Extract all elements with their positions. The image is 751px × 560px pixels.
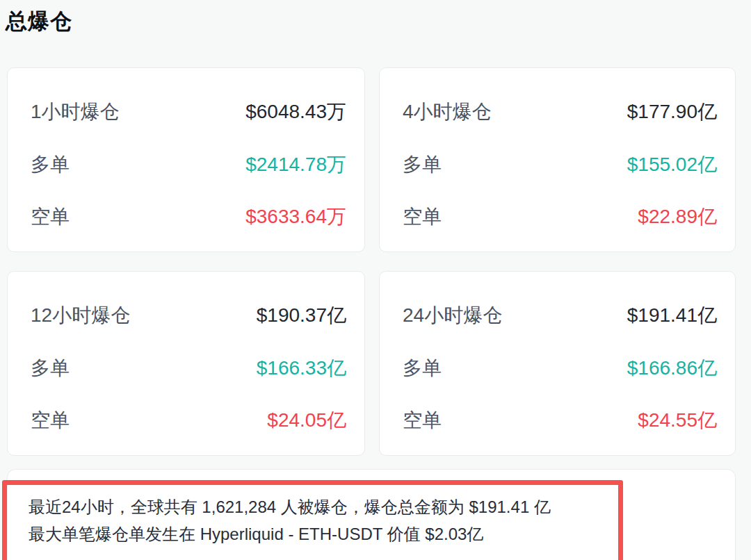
total-value: $6048.43万 — [245, 102, 346, 122]
summary-card: 最近24小时，全球共有 1,621,284 人被爆仓，爆仓总金额为 $191.4… — [7, 469, 736, 560]
long-value: $166.86亿 — [627, 359, 717, 378]
page-title: 总爆仓 — [6, 7, 72, 36]
liquidation-card-12h: 12小时爆仓 $190.37亿 多单 $166.33亿 空单 $24.05亿 — [7, 271, 365, 456]
long-label: 多单 — [403, 359, 442, 378]
long-value: $166.33亿 — [257, 359, 346, 378]
liquidation-card-4h: 4小时爆仓 $177.90亿 多单 $155.02亿 空单 $22.89亿 — [379, 67, 736, 252]
period-label: 12小时爆仓 — [31, 306, 130, 325]
liquidation-dashboard: 总爆仓 1小时爆仓 $6048.43万 多单 $2414.78万 空单 $363… — [0, 0, 751, 560]
short-value: $3633.64万 — [245, 207, 346, 227]
period-label: 1小时爆仓 — [31, 102, 120, 122]
short-label: 空单 — [31, 411, 70, 430]
total-row: 1小时爆仓 $6048.43万 — [31, 102, 346, 122]
long-value: $155.02亿 — [627, 155, 717, 174]
summary-line-1: 最近24小时，全球共有 1,621,284 人被爆仓，爆仓总金额为 $191.4… — [29, 493, 714, 520]
liquidation-card-24h: 24小时爆仓 $191.41亿 多单 $166.86亿 空单 $24.55亿 — [379, 271, 736, 456]
liquidation-card-1h: 1小时爆仓 $6048.43万 多单 $2414.78万 空单 $3633.64… — [7, 67, 365, 252]
total-row: 4小时爆仓 $177.90亿 — [403, 102, 717, 122]
long-row: 多单 $2414.78万 — [31, 155, 346, 174]
long-label: 多单 — [31, 155, 70, 174]
long-row: 多单 $166.86亿 — [403, 359, 717, 378]
total-value: $191.41亿 — [627, 306, 717, 325]
short-value: $24.55亿 — [638, 411, 717, 430]
total-value: $177.90亿 — [627, 102, 717, 122]
total-row: 24小时爆仓 $191.41亿 — [403, 306, 717, 325]
summary-line-2: 最大单笔爆仓单发生在 Hyperliquid - ETH-USDT 价值 $2.… — [29, 520, 714, 547]
short-label: 空单 — [31, 207, 70, 227]
total-row: 12小时爆仓 $190.37亿 — [31, 306, 346, 325]
short-label: 空单 — [403, 411, 442, 430]
long-row: 多单 $166.33亿 — [31, 359, 346, 378]
long-row: 多单 $155.02亿 — [403, 155, 717, 174]
short-row: 空单 $3633.64万 — [31, 207, 346, 227]
long-label: 多单 — [31, 359, 70, 378]
short-row: 空单 $22.89亿 — [403, 207, 717, 227]
long-value: $2414.78万 — [245, 155, 346, 174]
short-row: 空单 $24.55亿 — [403, 411, 717, 430]
period-label: 4小时爆仓 — [403, 102, 492, 122]
short-value: $24.05亿 — [267, 411, 346, 430]
short-label: 空单 — [403, 207, 442, 227]
long-label: 多单 — [403, 155, 442, 174]
short-row: 空单 $24.05亿 — [31, 411, 346, 430]
short-value: $22.89亿 — [638, 207, 717, 227]
liquidation-cards-grid: 1小时爆仓 $6048.43万 多单 $2414.78万 空单 $3633.64… — [7, 67, 736, 456]
total-value: $190.37亿 — [257, 306, 346, 325]
period-label: 24小时爆仓 — [403, 306, 502, 325]
